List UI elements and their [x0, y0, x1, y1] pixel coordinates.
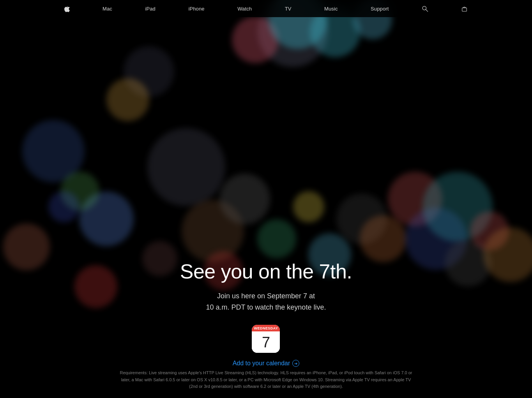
- nav-music-link[interactable]: Music: [320, 0, 343, 17]
- calendar-body: 7: [252, 331, 280, 353]
- nav-apple-logo[interactable]: [60, 0, 74, 17]
- nav-search-link[interactable]: [417, 0, 433, 17]
- calendar-day-number: 7: [262, 335, 270, 350]
- svg-rect-2: [462, 8, 467, 11]
- nav-watch-link[interactable]: Watch: [233, 0, 256, 17]
- nav-support-link[interactable]: Support: [366, 0, 393, 17]
- hero-subline1: Join us here on September 7 at: [217, 292, 315, 300]
- add-calendar-label: Add to your calendar: [233, 360, 290, 367]
- hero-subline2: 10 a.m. PDT to watch the keynote live.: [206, 303, 326, 311]
- nav-bag-link[interactable]: [456, 0, 472, 17]
- hero-content: See you on the 7th. Join us here on Sept…: [180, 261, 352, 367]
- hero-headline: See you on the 7th.: [180, 261, 352, 283]
- nav-ipad-link[interactable]: iPad: [140, 0, 160, 17]
- hero-section: See you on the 7th. Join us here on Sept…: [0, 0, 532, 398]
- calendar-day-name: Wednesday: [252, 325, 280, 331]
- requirements-text: Requirements: Live streaming uses Apple'…: [118, 370, 414, 390]
- navigation: Mac iPad iPhone Watch TV Music Support: [0, 0, 532, 17]
- svg-line-1: [426, 9, 428, 11]
- bag-icon: [461, 5, 468, 12]
- arrow-circle-icon: ➔: [292, 360, 299, 367]
- nav-iphone-link[interactable]: iPhone: [184, 0, 209, 17]
- search-icon: [422, 5, 428, 12]
- nav-tv-link[interactable]: TV: [280, 0, 296, 17]
- hero-subtext: Join us here on September 7 at 10 a.m. P…: [206, 291, 326, 313]
- add-calendar-link[interactable]: Add to your calendar ➔: [233, 360, 300, 367]
- calendar-icon: Wednesday 7: [252, 325, 280, 353]
- apple-logo-icon: [64, 5, 70, 12]
- nav-mac-link[interactable]: Mac: [98, 0, 117, 17]
